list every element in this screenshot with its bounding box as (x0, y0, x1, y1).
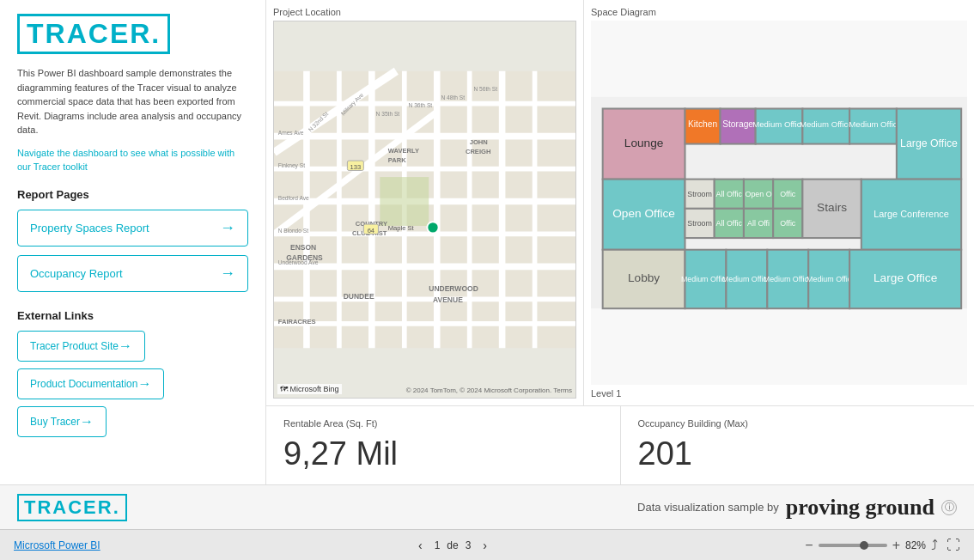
logo-area: TRACER. (17, 14, 248, 54)
prev-page-button[interactable]: ‹ (413, 537, 428, 554)
zoom-slider[interactable] (819, 544, 887, 547)
occupancy-report-button[interactable]: Occupancy Report → (17, 255, 248, 292)
svg-text:Medium Office: Medium Office (764, 275, 813, 283)
share-icon[interactable]: ⤴ (931, 538, 938, 553)
bottom-bar: Microsoft Power BI ‹ 1 de 3 › − + 82% ⤴ … (0, 529, 974, 560)
svg-text:WAVERLY: WAVERLY (388, 147, 419, 155)
svg-text:Lounge: Lounge (624, 137, 664, 149)
bing-logo: 🗺 Microsoft Bing (277, 384, 342, 394)
stat-occupancy-building: Occupancy Building (Max) 201 (621, 406, 975, 484)
map-panel-title: Project Location (273, 7, 576, 17)
floor-diagram: Lounge Kitchen Storage Medium Office (591, 21, 967, 385)
svg-text:All Offic: All Offic (716, 190, 743, 198)
zoom-plus-button[interactable]: + (892, 538, 900, 553)
product-documentation-button[interactable]: Product Documentation → (17, 368, 164, 399)
map-panel: Project Location (266, 0, 584, 405)
svg-text:Lobby: Lobby (628, 271, 660, 284)
tracer-product-site-button[interactable]: Tracer Product Site → (17, 331, 145, 362)
svg-text:N 35th St: N 35th St (376, 111, 400, 117)
main-content: Project Location (266, 0, 974, 484)
rentable-area-value: 9,27 Mil (283, 435, 603, 472)
next-page-button[interactable]: › (478, 537, 492, 554)
svg-text:Medium Offic: Medium Offic (807, 275, 852, 283)
sidebar: TRACER. This Power BI dashboard sample d… (0, 0, 266, 484)
svg-text:Stroom: Stroom (687, 190, 712, 198)
occupancy-report-arrow-icon: → (220, 265, 235, 283)
tracer-site-arrow-icon: → (119, 338, 132, 354)
svg-text:Medium Office: Medium Office (800, 119, 853, 129)
level-label: Level 1 (591, 388, 967, 399)
map-copyright: © 2024 TomTom, © 2024 Microsoft Corporat… (406, 387, 572, 394)
content-area: TRACER. This Power BI dashboard sample d… (0, 0, 974, 484)
svg-text:FAIRACRES: FAIRACRES (278, 318, 316, 326)
footer: TRACER. Data visualization sample by pro… (0, 484, 974, 529)
svg-text:N 56th St: N 56th St (473, 86, 497, 92)
svg-text:GARDENS: GARDENS (286, 253, 323, 262)
stats-row: Rentable Area (Sq. Ft) 9,27 Mil Occupanc… (266, 405, 974, 484)
property-spaces-report-button[interactable]: Property Spaces Report → (17, 210, 248, 247)
fullscreen-icon[interactable]: ⛶ (947, 538, 960, 553)
external-links-title: External Links (17, 309, 248, 322)
diagram-panel-title: Space Diagram (591, 7, 967, 17)
svg-text:133: 133 (350, 163, 362, 171)
buy-tracer-arrow-icon: → (80, 414, 94, 429)
svg-text:Storage: Storage (722, 119, 753, 129)
occupancy-building-value: 201 (638, 435, 958, 472)
tracer-product-site-label: Tracer Product Site (30, 340, 119, 352)
zoom-minus-button[interactable]: − (805, 538, 813, 553)
svg-text:Stroom: Stroom (687, 219, 712, 228)
svg-text:Large Office: Large Office (874, 271, 937, 284)
svg-text:CREIGH: CREIGH (466, 148, 490, 155)
svg-text:PARK: PARK (388, 156, 406, 164)
occupancy-report-label: Occupancy Report (30, 267, 123, 280)
svg-text:DUNDEE: DUNDEE (344, 292, 374, 301)
svg-text:Finkney St: Finkney St (278, 162, 305, 169)
svg-text:Medium Offic: Medium Offic (849, 119, 897, 129)
sidebar-logo: TRACER. (17, 14, 170, 54)
footer-right: Data visualization sample by proving gro… (637, 495, 957, 520)
svg-text:Kitchen: Kitchen (688, 119, 717, 129)
footer-logo: TRACER. (17, 494, 127, 521)
svg-text:Medium Office: Medium Office (752, 119, 806, 129)
page-sep: de (447, 539, 458, 551)
data-viz-text: Data visualization sample by (637, 501, 779, 514)
property-spaces-label: Property Spaces Report (30, 222, 149, 234)
sidebar-navigate-text: Navigate the dashboard to see what is po… (17, 146, 248, 174)
svg-text:Offic: Offic (780, 190, 796, 198)
page-current: 1 (435, 539, 441, 551)
occupancy-building-label: Occupancy Building (Max) (638, 418, 958, 429)
svg-text:64: 64 (368, 227, 374, 234)
svg-text:AVENUE: AVENUE (433, 295, 463, 304)
stat-rentable-area: Rentable Area (Sq. Ft) 9,27 Mil (266, 406, 621, 484)
svg-text:N 48th St: N 48th St (441, 94, 465, 100)
svg-text:N Blondo St: N Blondo St (278, 228, 309, 234)
svg-text:ENSON: ENSON (290, 243, 316, 252)
zoom-label: 82% (905, 539, 926, 551)
svg-text:All Offic: All Offic (716, 219, 743, 228)
info-icon[interactable]: ⓘ (941, 500, 957, 515)
svg-text:Large Office: Large Office (900, 137, 958, 149)
svg-text:Open Office: Open Office (612, 207, 675, 220)
zoom-slider-thumb (860, 541, 868, 550)
svg-text:Stairs: Stairs (817, 201, 847, 214)
svg-rect-19 (380, 177, 429, 226)
svg-text:Offic: Offic (780, 219, 796, 228)
map-area[interactable]: N 32nd St Military Ave N 35th St N 36th … (273, 21, 576, 399)
svg-text:Maple St: Maple St (388, 224, 415, 232)
bottom-icons: ⤴ ⛶ (931, 538, 960, 553)
external-links-section: External Links Tracer Product Site → Pro… (17, 309, 248, 444)
rentable-area-label: Rentable Area (Sq. Ft) (283, 418, 603, 429)
diagram-panel: Space Diagram Lounge Kitchen (584, 0, 974, 405)
svg-text:JOHN: JOHN (470, 138, 488, 146)
product-docs-arrow-icon: → (137, 376, 151, 392)
power-bi-link[interactable]: Microsoft Power BI (14, 539, 100, 551)
property-spaces-arrow-icon: → (220, 219, 235, 237)
svg-text:Ames Ave: Ames Ave (278, 130, 304, 136)
zoom-controls: − + 82% ⤴ ⛶ (805, 538, 960, 553)
buy-tracer-button[interactable]: Buy Tracer → (17, 406, 107, 437)
svg-text:UNDERWOOD: UNDERWOOD (429, 284, 478, 293)
svg-text:Open O: Open O (746, 190, 772, 198)
report-pages-title: Report Pages (17, 188, 248, 201)
main-container: TRACER. This Power BI dashboard sample d… (0, 0, 974, 560)
sidebar-description: This Power BI dashboard sample demonstra… (17, 66, 248, 137)
